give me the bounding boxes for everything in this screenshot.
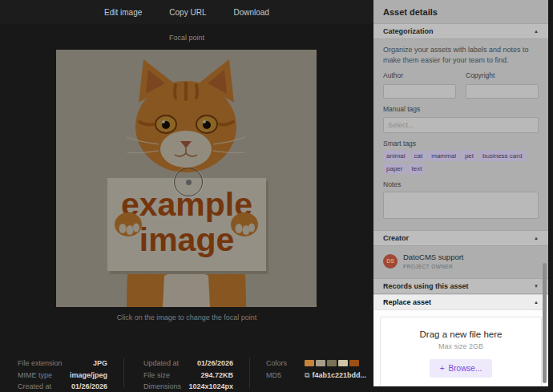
records-header-label: Records using this asset: [383, 282, 469, 290]
replace-header-label: Replace asset: [383, 298, 431, 306]
asset-details-panel: Asset details Categorization ▲ Organize …: [373, 0, 548, 386]
media-area: Edit image Copy URL Download Focal point: [0, 0, 373, 392]
manual-tags-field[interactable]: [383, 117, 539, 133]
creator-role: PROJECT OWNER: [403, 264, 464, 269]
color-swatch: [338, 360, 348, 366]
section-header-records[interactable]: Records using this asset ▼: [373, 278, 548, 294]
focal-point-label: Focal point: [0, 34, 373, 42]
metadata-label: MIME type: [18, 371, 52, 379]
metadata-value: 1024x1024px: [188, 382, 233, 390]
image-caption: Click on the image to change the focal p…: [0, 313, 373, 321]
smart-tag-chip[interactable]: animal: [383, 151, 409, 161]
md5-label: MD5: [266, 371, 295, 379]
metadata-value: 01/26/2026: [197, 359, 233, 367]
metadata-label: Updated at: [143, 359, 179, 367]
creator-body: DS DatoCMS support PROJECT OWNER: [373, 246, 548, 277]
metadata-row: Dimensions1024x1024px: [143, 381, 233, 392]
smart-tags-label: Smart tags: [383, 139, 539, 148]
browse-button-label: Browse...: [449, 364, 482, 373]
metadata-row: MIME typeimage/jpeg: [18, 370, 107, 381]
smart-tag-chip[interactable]: paper: [383, 164, 406, 174]
smart-tag-chip[interactable]: pet: [462, 151, 477, 161]
metadata-label: File extension: [18, 359, 63, 367]
focal-point-dot: [186, 180, 192, 185]
creator-name: DatoCMS support: [403, 253, 464, 261]
copy-icon: ⧉: [305, 371, 309, 380]
dropzone-title: Drag a new file here: [381, 329, 541, 339]
metadata-divider: [249, 358, 250, 388]
metadata-row: Updated at01/26/2026: [143, 358, 233, 369]
metadata-bar: File extensionJPGMIME typeimage/jpegCrea…: [0, 353, 373, 392]
metadata-divider: [123, 358, 124, 388]
metadata-col2: Updated at01/26/2026File size294.72KBDim…: [143, 358, 233, 392]
smart-tags-list: animalcatmammalpetbusiness cardpapertext: [383, 151, 539, 174]
metadata-label: File size: [143, 371, 170, 379]
download-button[interactable]: Download: [233, 8, 268, 17]
dropzone-subtitle: Max size 2GB: [381, 342, 541, 350]
chevron-up-icon: ▲: [534, 300, 539, 305]
chevron-up-icon: ▲: [534, 29, 539, 34]
asset-detail-view: Edit image Copy URL Download Focal point: [0, 0, 553, 392]
creator-header-label: Creator: [383, 234, 409, 242]
color-swatch: [305, 360, 314, 366]
plus-icon: +: [440, 364, 445, 373]
categorization-header-label: Categorization: [383, 27, 434, 35]
copy-url-button[interactable]: Copy URL: [169, 8, 206, 17]
author-label: Author: [383, 71, 456, 79]
metadata-row: File size294.72KB: [143, 370, 233, 381]
metadata-label: Dimensions: [143, 382, 181, 390]
notes-field[interactable]: [383, 192, 539, 219]
manual-tags-label: Manual tags: [383, 105, 539, 113]
smart-tag-chip[interactable]: business card: [479, 151, 525, 161]
metadata-value: JPG: [93, 359, 107, 367]
color-swatch: [327, 360, 337, 366]
file-dropzone[interactable]: Drag a new file here Max size 2GB + Brow…: [380, 317, 542, 386]
section-header-creator[interactable]: Creator ▲: [373, 230, 548, 246]
notes-label: Notes: [383, 180, 539, 188]
metadata-col1: File extensionJPGMIME typeimage/jpegCrea…: [18, 358, 107, 392]
md5-value[interactable]: ⧉ f4ab1c221bdd...: [305, 371, 366, 380]
metadata-value: 01/26/2026: [71, 382, 107, 390]
panel-scrollbar[interactable]: [543, 263, 547, 383]
asset-image[interactable]: example image: [56, 50, 317, 307]
chevron-down-icon: ▼: [534, 284, 539, 289]
browse-button[interactable]: + Browse...: [430, 359, 493, 378]
smart-tag-chip[interactable]: mammal: [428, 151, 459, 161]
copyright-field[interactable]: [466, 84, 539, 99]
metadata-label: Created at: [18, 382, 51, 390]
edit-image-button[interactable]: Edit image: [104, 8, 142, 17]
smart-tag-chip[interactable]: cat: [411, 151, 426, 161]
author-field[interactable]: [383, 84, 456, 99]
metadata-row: Created at01/26/2026: [18, 381, 107, 392]
colors-label: Colors: [266, 359, 295, 367]
color-swatch: [316, 360, 325, 366]
panel-title: Asset details: [373, 0, 548, 23]
replace-asset-body: Drag a new file here Max size 2GB + Brow…: [373, 310, 548, 386]
focal-point-handle[interactable]: [174, 168, 203, 196]
smart-tag-chip[interactable]: text: [408, 164, 425, 174]
metadata-row: File extensionJPG: [18, 358, 107, 369]
metadata-col3: Colors MD5 ⧉ f4ab1c221bdd...: [266, 358, 373, 392]
metadata-value: 294.72KB: [200, 371, 233, 379]
section-header-replace-asset[interactable]: Replace asset ▲: [373, 294, 548, 310]
md5-text: f4ab1c221bdd...: [312, 371, 366, 379]
color-swatch: [349, 360, 359, 366]
image-toolbar: Edit image Copy URL Download: [0, 0, 373, 24]
section-header-categorization[interactable]: Categorization ▲: [373, 23, 548, 39]
metadata-value: image/jpeg: [70, 371, 107, 379]
categorization-body: Organize your assets with labels and not…: [373, 39, 548, 230]
avatar: DS: [383, 254, 398, 269]
categorization-description: Organize your assets with labels and not…: [383, 45, 539, 65]
color-swatches: [305, 360, 359, 366]
chevron-up-icon: ▲: [534, 236, 539, 240]
copyright-label: Copyright: [466, 71, 539, 79]
